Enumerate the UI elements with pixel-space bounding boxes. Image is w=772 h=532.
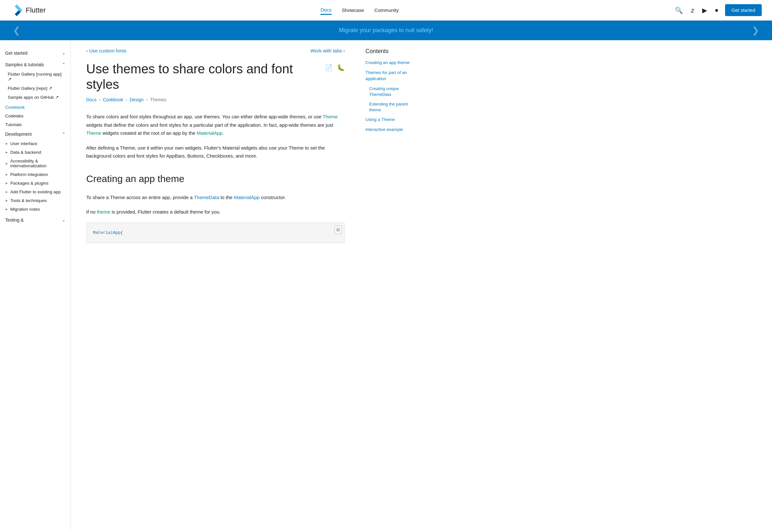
arrow-right-icon-2: ► <box>5 151 8 154</box>
sidebar-section-get-started: Get started ⌄ <box>0 48 70 58</box>
contents-link-extending-parent[interactable]: Extending the parent theme <box>365 101 419 113</box>
banner-next-button[interactable]: ❯ <box>752 25 759 36</box>
breadcrumb-cookbook[interactable]: Cookbook <box>103 97 123 102</box>
contents-link-creating-app-theme[interactable]: Creating an app theme <box>365 60 419 66</box>
chevron-up-icon: ⌃ <box>62 62 65 67</box>
arrow-right-icon-7: ► <box>5 199 8 202</box>
nav-docs[interactable]: Docs <box>320 6 331 15</box>
paragraph-2: After defining a Theme, use it within yo… <box>86 144 345 160</box>
flutter-logo-icon <box>10 4 23 17</box>
sidebar-item-tools-techniques[interactable]: ► Tools & techniques <box>0 196 70 205</box>
arrow-right-icon-5: ► <box>5 181 8 185</box>
sidebar-section-development: Development ⌃ ► User interface ► Data & … <box>0 129 70 214</box>
header: Flutter Docs Showcase Community 🔍 𝕫 ▶ ● … <box>0 0 772 21</box>
nav-showcase[interactable]: Showcase <box>342 6 364 14</box>
banner-text: Migrate your packages to null safety! <box>339 27 433 34</box>
contents-link-using-theme[interactable]: Using a Theme <box>365 117 419 123</box>
contents-link-interactive[interactable]: Interactive example <box>365 127 419 133</box>
banner-prev-button[interactable]: ❮ <box>13 25 20 36</box>
twitter-icon[interactable]: 𝕫 <box>689 5 696 15</box>
sidebar-item-sample-apps[interactable]: Sample apps on GitHub ↗ <box>0 93 70 102</box>
prev-page-link[interactable]: ‹ Use custom fonts <box>86 48 126 53</box>
breadcrumb-sep-2: › <box>126 97 127 102</box>
bug-report-icon[interactable]: 🐛 <box>337 64 345 71</box>
breadcrumb-docs[interactable]: Docs <box>86 97 97 102</box>
sidebar-item-tutorials[interactable]: Tutorials <box>0 120 70 129</box>
chevron-right-icon: › <box>343 48 345 53</box>
flutter-logo[interactable]: Flutter <box>10 4 46 17</box>
next-page-link[interactable]: Work with tabs › <box>310 48 345 53</box>
arrow-right-icon-8: ► <box>5 207 8 211</box>
sidebar-section-testing: Testing & ⌄ <box>0 215 70 225</box>
section1-paragraph1: To share a Theme across an entire app, p… <box>86 193 345 202</box>
chevron-down-icon: ⌄ <box>62 51 65 55</box>
section1-paragraph2: If no theme is provided, Flutter creates… <box>86 208 345 216</box>
sidebar-add-flutter-label: Add Flutter to existing app <box>10 189 61 194</box>
next-page-label: Work with tabs <box>310 48 342 53</box>
sidebar-samples-toggle[interactable]: Samples & tutorials ⌃ <box>0 60 70 70</box>
breadcrumb-design[interactable]: Design <box>130 97 144 102</box>
contents-title: Contents <box>365 48 419 55</box>
theme-link-3[interactable]: theme <box>97 209 110 215</box>
header-icons: 🔍 𝕫 ▶ ● Get started <box>674 4 762 16</box>
sidebar-item-data-backend[interactable]: ► Data & backend <box>0 148 70 157</box>
header-left: Flutter <box>10 4 46 17</box>
code-block-materialapp: ⧉ MaterialApp( <box>86 223 345 243</box>
sidebar-item-cookbook[interactable]: Cookbook <box>0 103 70 112</box>
article-body: To share colors and font styles througho… <box>86 113 345 243</box>
search-icon[interactable]: 🔍 <box>674 5 684 15</box>
header-nav: Docs Showcase Community <box>320 6 399 15</box>
materialapp-link-2[interactable]: MaterialApp <box>234 195 260 200</box>
breadcrumb-sep-3: › <box>146 97 148 102</box>
sidebar: Get started ⌄ Samples & tutorials ⌃ Flut… <box>0 40 71 530</box>
section-creating-app-theme-title: Creating an app theme <box>86 170 345 187</box>
sidebar-item-flutter-gallery-repo[interactable]: Flutter Gallery [repo] ↗ <box>0 84 70 93</box>
announcement-banner: ❮ Migrate your packages to null safety! … <box>0 21 772 40</box>
materialapp-link-1[interactable]: MaterialApp <box>197 130 223 136</box>
sidebar-item-user-interface[interactable]: ► User interface <box>0 139 70 148</box>
github-icon[interactable]: ● <box>713 5 720 15</box>
logo-text: Flutter <box>26 6 46 14</box>
title-action-icons: 📄 🐛 <box>325 64 345 71</box>
page-title: Use themes to share colors and font styl… <box>86 61 325 92</box>
sidebar-platform-label: Platform integration <box>10 172 48 177</box>
contents-panel: Contents Creating an app theme Themes fo… <box>360 40 425 530</box>
sidebar-samples-label: Samples & tutorials <box>5 62 44 67</box>
contents-link-creating-unique[interactable]: Creating unique ThemeData <box>365 86 419 97</box>
breadcrumb-current: Themes <box>150 97 167 102</box>
theme-link-2[interactable]: Theme <box>86 130 101 136</box>
sidebar-data-backend-label: Data & backend <box>10 150 41 155</box>
sidebar-section-samples: Samples & tutorials ⌃ Flutter Gallery [r… <box>0 60 70 102</box>
source-file-icon[interactable]: 📄 <box>325 64 333 71</box>
theme-link-1[interactable]: Theme <box>323 114 338 119</box>
sidebar-item-migration-notes[interactable]: ► Migration notes <box>0 205 70 214</box>
sidebar-testing-label: Testing & <box>5 217 24 223</box>
sidebar-testing-toggle[interactable]: Testing & ⌄ <box>0 215 70 225</box>
sidebar-user-interface-label: User interface <box>10 141 37 146</box>
themedata-link[interactable]: ThemeData <box>194 195 219 200</box>
chevron-up-icon-dev: ⌃ <box>62 132 65 136</box>
sidebar-item-flutter-gallery-running[interactable]: Flutter Gallery [running app] ↗ <box>0 70 70 84</box>
nav-community[interactable]: Community <box>374 6 399 14</box>
youtube-icon[interactable]: ▶ <box>701 5 708 15</box>
sidebar-item-codelabs[interactable]: Codelabs <box>0 112 70 120</box>
sidebar-development-toggle[interactable]: Development ⌃ <box>0 129 70 139</box>
sidebar-item-add-flutter[interactable]: ► Add Flutter to existing app <box>0 188 70 196</box>
sidebar-item-platform-integration[interactable]: ► Platform integration <box>0 170 70 179</box>
arrow-right-icon-6: ► <box>5 190 8 194</box>
sidebar-item-packages-plugins[interactable]: ► Packages & plugins <box>0 179 70 188</box>
prev-page-label: Use custom fonts <box>89 48 126 53</box>
contents-link-themes-part[interactable]: Themes for part of an application <box>365 70 419 82</box>
arrow-right-icon: ► <box>5 142 8 145</box>
code-copy-button[interactable]: ⧉ <box>334 225 342 234</box>
get-started-button[interactable]: Get started <box>725 4 762 16</box>
sidebar-packages-label: Packages & plugins <box>10 181 49 186</box>
sidebar-item-accessibility[interactable]: ► Accessibility & internationalization <box>0 157 70 170</box>
sidebar-get-started-toggle[interactable]: Get started ⌄ <box>0 48 70 58</box>
page-navigation: ‹ Use custom fonts Work with tabs › <box>86 48 345 53</box>
sidebar-get-started-label: Get started <box>5 50 27 56</box>
chevron-left-icon: ‹ <box>86 48 88 53</box>
chevron-down-icon-testing: ⌄ <box>62 218 65 222</box>
title-row: Use themes to share colors and font styl… <box>86 61 345 92</box>
breadcrumb-sep-1: › <box>99 97 100 102</box>
